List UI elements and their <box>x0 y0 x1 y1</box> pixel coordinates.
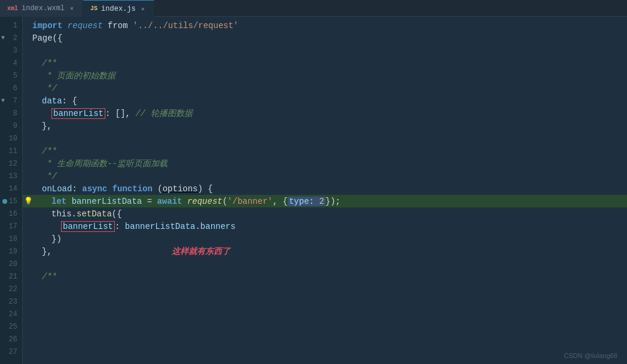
gutter-line-16: 16 <box>0 207 22 220</box>
code-line-24 <box>23 308 627 320</box>
code-line-4: /** <box>23 57 627 69</box>
code-line-15: 💡 let bannerListData = await request ( '… <box>23 195 627 207</box>
code-line-1: import request from '../../utils/request… <box>23 19 627 32</box>
xml-icon: xml <box>7 5 18 12</box>
gutter-line-22: 22 <box>0 283 22 295</box>
code-line-22 <box>23 283 627 295</box>
fold-arrow-2[interactable]: ▼ <box>1 97 5 104</box>
gutter-line-11: 11 <box>0 145 22 157</box>
gutter-line-24: 24 <box>0 308 22 320</box>
code-line-11: /** <box>23 145 627 157</box>
gutter-line-6: 6 <box>0 82 22 94</box>
code-line-16: this. setData ({ <box>23 207 627 220</box>
tab-js-label: index.js <box>101 5 136 13</box>
code-line-14: onLoad : async function ( options ) { <box>23 182 627 195</box>
gutter-line-27: 27 <box>0 345 22 358</box>
code-line-21: /** <box>23 270 627 283</box>
gutter-line-14: 14 <box>0 182 22 195</box>
gutter-line-2: ▼ 2 <box>0 32 22 44</box>
gutter-line-17: 17 <box>0 220 22 233</box>
code-line-13: */ <box>23 170 627 182</box>
code-line-6: */ <box>23 82 627 94</box>
code-line-10 <box>23 132 627 145</box>
code-line-19: }, 这样就有东西了 <box>23 245 627 258</box>
gutter-line-26: 26 <box>0 333 22 345</box>
code-line-2: Page({ <box>23 32 627 44</box>
gutter-line-12: 12 <box>0 157 22 170</box>
code-line-18: }) <box>23 233 627 245</box>
gutter-line-23: 23 <box>0 295 22 308</box>
tab-wxml-close[interactable]: ✕ <box>68 4 75 13</box>
gutter-line-8: 8 <box>0 107 22 120</box>
fold-arrow-1[interactable]: ▼ <box>1 35 5 41</box>
tab-bar: xml index.wxml ✕ JS index.js ✕ <box>0 0 627 17</box>
gutter-line-9: 9 <box>0 120 22 132</box>
gutter-line-10: 10 <box>0 132 22 145</box>
gutter-line-19: 19 <box>0 245 22 258</box>
gutter-line-7: ▼ 7 <box>0 94 22 107</box>
banner-list-highlight: bannerList <box>51 108 105 119</box>
code-line-12: * 生命周期函数--监听页面加载 <box>23 157 627 170</box>
gutter-line-15: 15 <box>0 195 22 207</box>
csdn-watermark: CSDN @liulang68 <box>564 352 617 359</box>
code-line-7: data : { <box>23 94 627 107</box>
tab-wxml-label: index.wxml <box>22 4 65 13</box>
tab-js[interactable]: JS index.js ✕ <box>83 0 154 17</box>
gutter-line-3: 3 <box>0 44 22 57</box>
tab-js-close[interactable]: ✕ <box>139 5 147 13</box>
code-line-25 <box>23 320 627 333</box>
gutter-line-25: 25 <box>0 320 22 333</box>
code-line-8: bannerList : [], // 轮播图数据 <box>23 107 627 120</box>
tab-wxml[interactable]: xml index.wxml ✕ <box>0 0 83 17</box>
warning-dot <box>2 199 7 204</box>
warning-icon: 💡 <box>24 197 33 206</box>
gutter-line-13: 13 <box>0 170 22 182</box>
gutter-line-21: 21 <box>0 270 22 283</box>
js-icon: JS <box>90 5 98 12</box>
gutter-line-1: 1 <box>0 19 22 32</box>
banner-list-highlight-2: bannerList <box>61 221 115 232</box>
editor-area: 1 ▼ 2 3 4 5 6 ▼ 7 8 <box>0 17 627 364</box>
code-line-5: * 页面的初始数据 <box>23 69 627 82</box>
gutter-line-5: 5 <box>0 69 22 82</box>
line-gutter: 1 ▼ 2 3 4 5 6 ▼ 7 8 <box>0 17 23 364</box>
code-line-26 <box>23 333 627 345</box>
code-line-20 <box>23 258 627 270</box>
code-editor[interactable]: import request from '../../utils/request… <box>23 17 627 364</box>
gutter-line-20: 20 <box>0 258 22 270</box>
code-line-9: }, <box>23 120 627 132</box>
gutter-line-18: 18 <box>0 233 22 245</box>
gutter-line-4: 4 <box>0 57 22 69</box>
code-line-23 <box>23 295 627 308</box>
code-line-17: bannerList : bannerListData . banners <box>23 220 627 233</box>
type-highlight: type: 2 <box>288 197 325 206</box>
code-line-3 <box>23 44 627 57</box>
annotation-text: 这样就有东西了 <box>172 246 230 257</box>
